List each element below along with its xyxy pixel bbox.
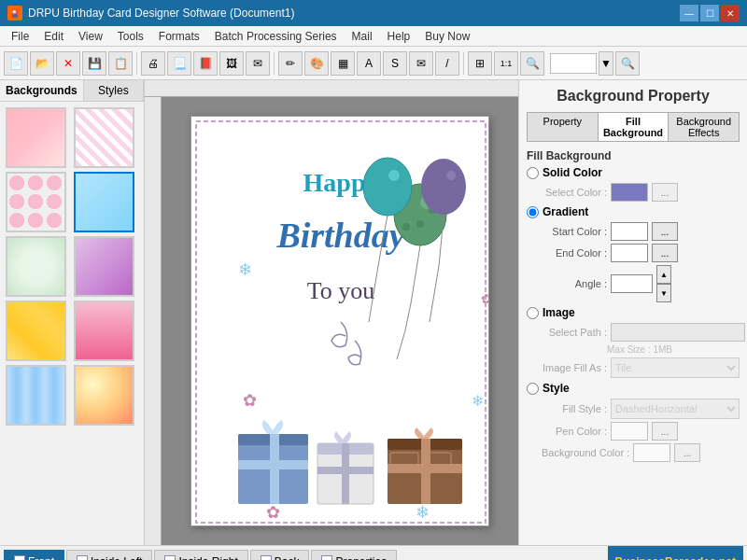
bg-thumb-3[interactable] bbox=[6, 172, 66, 232]
end-color-row: End Color : ... bbox=[542, 244, 740, 262]
grid-button[interactable]: ⊞ bbox=[468, 51, 492, 76]
biz-text: BusinessBarcodes bbox=[615, 555, 716, 561]
tab-back[interactable]: Back bbox=[250, 550, 310, 561]
svg-point-8 bbox=[416, 220, 424, 228]
zoom-in-button[interactable]: 🔍 bbox=[520, 51, 544, 76]
line-button[interactable]: / bbox=[435, 51, 459, 76]
bg-thumb-2[interactable] bbox=[74, 107, 134, 168]
barcode-button[interactable]: ▦ bbox=[331, 51, 355, 76]
style-radio[interactable] bbox=[527, 383, 539, 395]
pen-color-row: Pen Color : ... bbox=[542, 422, 740, 441]
menu-view[interactable]: View bbox=[71, 28, 110, 45]
angle-down-button[interactable]: ▼ bbox=[656, 284, 671, 302]
image-fill-select: Tile bbox=[611, 357, 740, 378]
start-color-label: Start Color : bbox=[542, 226, 607, 237]
tab-property[interactable]: Property bbox=[528, 113, 599, 141]
bg-thumb-8[interactable] bbox=[74, 301, 134, 361]
close-doc-button[interactable]: ✕ bbox=[56, 51, 80, 76]
gradient-label: Gradient bbox=[543, 205, 588, 218]
image-radio[interactable] bbox=[527, 307, 539, 319]
zoom-dropdown-button[interactable]: ▼ bbox=[599, 51, 613, 76]
angle-input[interactable]: 359 bbox=[611, 274, 653, 293]
img-button[interactable]: 🖼 bbox=[219, 51, 244, 76]
tab-front-label: Front bbox=[28, 555, 54, 561]
bg-thumb-1[interactable] bbox=[6, 107, 66, 168]
close-button[interactable]: ✕ bbox=[721, 5, 740, 21]
bg-thumb-6[interactable] bbox=[74, 236, 134, 297]
svg-point-13 bbox=[446, 171, 456, 180]
menu-mail[interactable]: Mail bbox=[345, 28, 380, 45]
tab-inside-right-label: Inside Right bbox=[178, 555, 237, 561]
toolbar-sep-1 bbox=[136, 52, 137, 75]
tab-inside-left[interactable]: Inside Left bbox=[66, 550, 152, 561]
tab-front[interactable]: Front bbox=[4, 550, 64, 561]
tab-background-effects[interactable]: Background Effects bbox=[669, 113, 739, 141]
app-icon: 🎴 bbox=[7, 6, 22, 21]
bg-thumb-4[interactable] bbox=[74, 172, 134, 232]
open-button[interactable]: 📂 bbox=[30, 51, 54, 76]
menu-batch[interactable]: Batch Processing Series bbox=[207, 28, 345, 45]
print-button[interactable]: 🖨 bbox=[141, 51, 165, 76]
zoom-input[interactable]: 150% bbox=[550, 53, 597, 74]
card-container: Happy Birthday To you bbox=[190, 116, 489, 526]
end-color-button[interactable]: ... bbox=[652, 244, 678, 262]
menu-file[interactable]: File bbox=[4, 28, 36, 45]
email-button[interactable]: ✉ bbox=[246, 51, 270, 76]
text-button[interactable]: A bbox=[357, 51, 381, 76]
tab-properties[interactable]: Properties bbox=[311, 550, 397, 561]
save-button[interactable]: 💾 bbox=[82, 51, 106, 76]
color-button[interactable]: 🎨 bbox=[304, 51, 329, 76]
angle-row: Angle : 359 ▲ ▼ bbox=[542, 265, 740, 302]
print-prev-button[interactable]: 📃 bbox=[167, 51, 191, 76]
bg-thumb-7[interactable] bbox=[6, 301, 66, 361]
menu-buynow[interactable]: Buy Now bbox=[417, 28, 477, 45]
ratio-button[interactable]: 1:1 bbox=[494, 51, 518, 76]
symbol-button[interactable]: ✉ bbox=[409, 51, 433, 76]
bg-thumb-9[interactable] bbox=[6, 365, 66, 426]
menu-tools[interactable]: Tools bbox=[110, 28, 151, 45]
pen-color-button: ... bbox=[652, 422, 678, 441]
save-as-button[interactable]: 📋 bbox=[108, 51, 133, 76]
fill-style-select: DashedHorizontal bbox=[611, 399, 740, 419]
tab-inside-right[interactable]: Inside Right bbox=[154, 550, 247, 561]
gradient-radio[interactable] bbox=[527, 206, 539, 218]
tab-styles[interactable]: Styles bbox=[84, 80, 144, 101]
solid-color-radio[interactable] bbox=[527, 167, 539, 179]
ruler-vertical bbox=[145, 97, 162, 545]
pen-color-box bbox=[611, 422, 648, 441]
property-tabs: Property Fill Background Background Effe… bbox=[527, 112, 740, 142]
svg-rect-23 bbox=[238, 460, 308, 469]
toolbar: 📄 📂 ✕ 💾 📋 🖨 📃 📕 🖼 ✉ ✏ 🎨 ▦ A S ✉ / ⊞ 1:1 … bbox=[0, 47, 747, 80]
shape-button[interactable]: S bbox=[383, 51, 407, 76]
menu-help[interactable]: Help bbox=[380, 28, 418, 45]
angle-up-button[interactable]: ▲ bbox=[656, 265, 671, 284]
menu-formats[interactable]: Formats bbox=[151, 28, 207, 45]
pdf-button[interactable]: 📕 bbox=[193, 51, 218, 76]
new-button[interactable]: 📄 bbox=[4, 51, 28, 76]
back-icon bbox=[261, 555, 272, 561]
panel-tabs: Backgrounds Styles bbox=[0, 80, 144, 102]
biz-suffix: .net bbox=[716, 555, 736, 561]
start-color-row: Start Color : ... bbox=[542, 222, 740, 241]
tab-fill-background[interactable]: Fill Background bbox=[599, 113, 669, 141]
zoom-box: 150% ▼ bbox=[550, 51, 613, 76]
tab-back-label: Back bbox=[275, 555, 300, 561]
bg-thumb-5[interactable] bbox=[6, 236, 66, 297]
pen-color-label: Pen Color : bbox=[542, 426, 607, 437]
minimize-button[interactable]: — bbox=[680, 5, 698, 21]
menu-edit[interactable]: Edit bbox=[36, 28, 71, 45]
tab-backgrounds[interactable]: Backgrounds bbox=[0, 80, 84, 101]
draw-button[interactable]: ✏ bbox=[278, 51, 303, 76]
solid-color-row: Solid Color bbox=[527, 166, 740, 179]
bg-thumb-10[interactable] bbox=[74, 365, 134, 426]
start-color-button[interactable]: ... bbox=[652, 222, 678, 241]
maximize-button[interactable]: ☐ bbox=[700, 5, 719, 21]
canvas-area: Happy Birthday To you bbox=[145, 80, 518, 545]
select-color-button[interactable]: ... bbox=[652, 183, 678, 202]
front-icon bbox=[14, 555, 25, 561]
select-color-label: Select Color : bbox=[542, 187, 607, 198]
fill-style-row: Fill Style : DashedHorizontal bbox=[542, 399, 740, 419]
birthday-card[interactable]: Happy Birthday To you bbox=[190, 116, 489, 526]
zoom-out-button[interactable]: 🔍 bbox=[615, 51, 640, 76]
select-path-row: Select Path : ... bbox=[542, 323, 740, 342]
